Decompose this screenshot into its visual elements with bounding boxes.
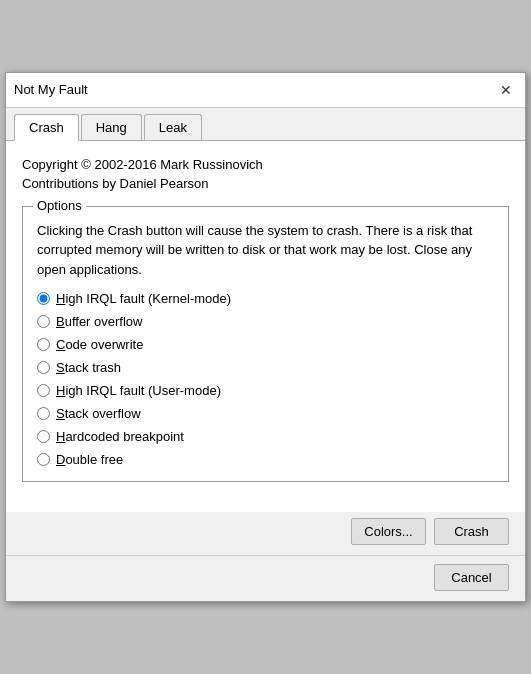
radio-item-high-irql-kernel[interactable]: High IRQL fault (Kernel-mode) <box>37 291 494 306</box>
options-description: Clicking the Crash button will cause the… <box>37 221 494 280</box>
radio-double-free[interactable] <box>37 453 50 466</box>
radio-high-irql-kernel[interactable] <box>37 292 50 305</box>
label-code-overwrite[interactable]: Code overwrite <box>56 337 143 352</box>
action-buttons-row: Colors... Crash <box>6 512 525 555</box>
radio-item-double-free[interactable]: Double free <box>37 452 494 467</box>
cancel-button[interactable]: Cancel <box>434 564 509 591</box>
radio-high-irql-user[interactable] <box>37 384 50 397</box>
copyright-block: Copyright © 2002-2016 Mark Russinovich C… <box>22 155 509 194</box>
label-high-irql-kernel[interactable]: High IRQL fault (Kernel-mode) <box>56 291 231 306</box>
tab-crash[interactable]: Crash <box>14 114 79 141</box>
close-button[interactable]: ✕ <box>495 79 517 101</box>
radio-buffer-overflow[interactable] <box>37 315 50 328</box>
label-stack-overflow[interactable]: Stack overflow <box>56 406 141 421</box>
label-double-free[interactable]: Double free <box>56 452 123 467</box>
colors-button[interactable]: Colors... <box>351 518 426 545</box>
radio-item-stack-trash[interactable]: Stack trash <box>37 360 494 375</box>
tab-hang[interactable]: Hang <box>81 114 142 140</box>
radio-code-overwrite[interactable] <box>37 338 50 351</box>
window-title: Not My Fault <box>14 82 88 97</box>
main-content: Copyright © 2002-2016 Mark Russinovich C… <box>6 141 525 513</box>
options-group: Options Clicking the Crash button will c… <box>22 206 509 483</box>
label-stack-trash[interactable]: Stack trash <box>56 360 121 375</box>
radio-item-buffer-overflow[interactable]: Buffer overflow <box>37 314 494 329</box>
crash-button[interactable]: Crash <box>434 518 509 545</box>
copyright-line2: Contributions by Daniel Pearson <box>22 174 509 194</box>
options-legend: Options <box>33 198 86 213</box>
title-bar: Not My Fault ✕ <box>6 73 525 108</box>
radio-item-code-overwrite[interactable]: Code overwrite <box>37 337 494 352</box>
radio-hardcoded-breakpoint[interactable] <box>37 430 50 443</box>
tab-leak[interactable]: Leak <box>144 114 202 140</box>
copyright-line1: Copyright © 2002-2016 Mark Russinovich <box>22 155 509 175</box>
radio-stack-trash[interactable] <box>37 361 50 374</box>
tab-bar: Crash Hang Leak <box>6 108 525 141</box>
radio-item-high-irql-user[interactable]: High IRQL fault (User-mode) <box>37 383 494 398</box>
label-high-irql-user[interactable]: High IRQL fault (User-mode) <box>56 383 221 398</box>
radio-item-stack-overflow[interactable]: Stack overflow <box>37 406 494 421</box>
radio-item-hardcoded-breakpoint[interactable]: Hardcoded breakpoint <box>37 429 494 444</box>
main-window: Not My Fault ✕ Crash Hang Leak Copyright… <box>5 72 526 603</box>
label-buffer-overflow[interactable]: Buffer overflow <box>56 314 142 329</box>
radio-stack-overflow[interactable] <box>37 407 50 420</box>
label-hardcoded-breakpoint[interactable]: Hardcoded breakpoint <box>56 429 184 444</box>
bottom-bar: Cancel <box>6 555 525 601</box>
